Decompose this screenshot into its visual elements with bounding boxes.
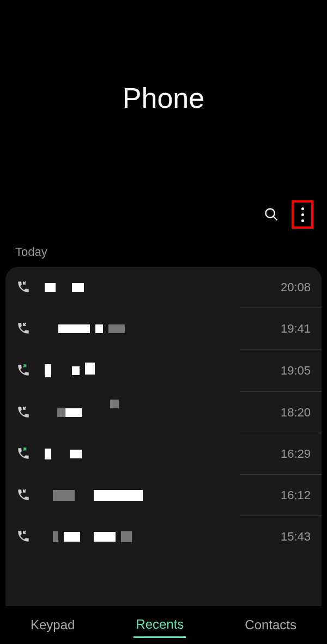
call-log-item[interactable]: 18:20 — [5, 392, 322, 433]
tab-keypad[interactable]: Keypad — [28, 613, 77, 637]
search-button[interactable] — [263, 206, 280, 223]
incoming-call-icon — [16, 280, 32, 295]
call-time: 20:08 — [281, 280, 311, 295]
contact-name-redacted — [45, 531, 272, 542]
outgoing-call-icon — [16, 446, 32, 462]
call-time: 16:12 — [281, 488, 311, 502]
page-title: Phone — [123, 82, 204, 114]
contact-name-redacted — [45, 408, 272, 417]
incoming-call-icon — [16, 529, 32, 544]
call-time: 16:29 — [281, 447, 311, 461]
tab-recents[interactable]: Recents — [134, 612, 186, 638]
contact-name-redacted — [45, 449, 272, 459]
call-time: 19:05 — [281, 364, 311, 378]
call-log-item[interactable]: 16:12 — [5, 475, 322, 516]
incoming-call-icon — [16, 488, 32, 503]
outgoing-call-icon — [16, 363, 32, 378]
more-options-button[interactable] — [292, 200, 313, 229]
svg-point-0 — [266, 209, 275, 218]
contact-name-redacted — [45, 363, 272, 379]
call-log-item[interactable]: 15:43 — [5, 516, 322, 557]
contact-name-redacted — [45, 283, 272, 292]
call-time: 19:41 — [281, 322, 311, 336]
call-log-item[interactable]: 20:08 — [5, 267, 322, 308]
svg-line-1 — [274, 217, 277, 220]
search-icon — [264, 207, 279, 222]
call-log-item[interactable]: 19:05 — [5, 349, 322, 392]
contact-name-redacted — [45, 324, 272, 333]
bottom-navigation: Keypad Recents Contacts — [0, 606, 327, 644]
call-log-item[interactable]: 19:41 — [5, 308, 322, 349]
call-log-list: 20:08 19:41 19:05 — [5, 267, 322, 610]
incoming-call-icon — [16, 321, 32, 336]
app-header: Phone — [0, 0, 327, 207]
toolbar — [263, 200, 313, 229]
call-time: 18:20 — [281, 406, 311, 420]
more-vertical-icon — [301, 207, 304, 222]
contact-name-redacted — [45, 490, 272, 501]
incoming-call-icon — [16, 405, 32, 420]
call-log-item[interactable]: 16:29 — [5, 433, 322, 475]
call-time: 15:43 — [281, 530, 311, 544]
tab-contacts[interactable]: Contacts — [243, 613, 299, 637]
